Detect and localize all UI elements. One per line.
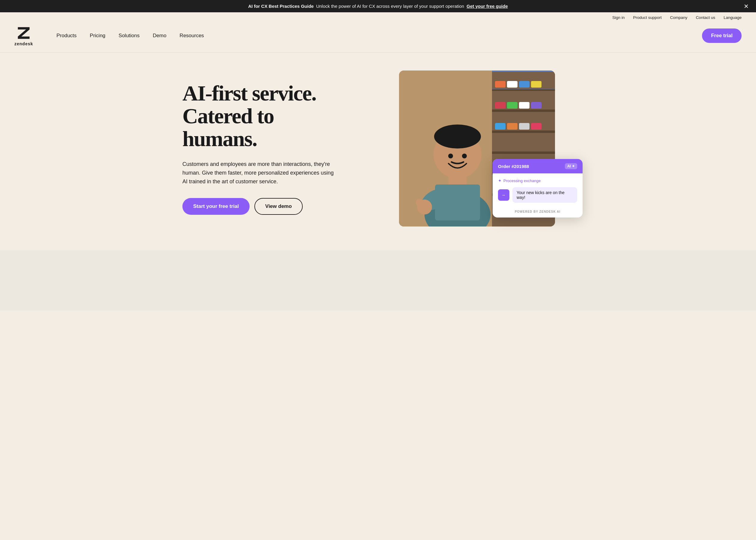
hero-left: AI-first service. Catered to humans. Cus… [183, 82, 362, 214]
nav-solutions[interactable]: Solutions [113, 30, 145, 42]
chat-widget-header: Order #201988 AI ✦ [493, 159, 582, 173]
zendesk-logo-icon [16, 25, 32, 41]
processing-icon: ✦ [498, 178, 502, 183]
ai-badge: AI ✦ [565, 163, 577, 169]
nav-contact-us[interactable]: Contact us [696, 15, 715, 20]
order-number: Order #201988 [498, 164, 529, 169]
powered-by-text: POWERED BY ZENDESK AI [493, 207, 582, 217]
nav-resources[interactable]: Resources [174, 30, 209, 42]
svg-marker-0 [18, 27, 30, 39]
svg-point-25 [434, 124, 481, 149]
hero-title-line2: Catered to [183, 104, 274, 128]
svg-rect-18 [507, 123, 518, 130]
nav-language[interactable]: Language [724, 15, 742, 20]
start-trial-button[interactable]: Start your free trial [183, 198, 250, 215]
processing-text: Processing exchange [503, 179, 541, 183]
secondary-nav: Sign in Product support Company Contact … [0, 12, 756, 23]
nav-product-support[interactable]: Product support [633, 15, 662, 20]
svg-rect-12 [531, 81, 542, 87]
close-announcement-button[interactable]: ✕ [744, 3, 749, 9]
hero-title-line3: humans. [183, 127, 257, 151]
main-nav: zendesk Products Pricing Solutions Demo … [0, 23, 756, 53]
svg-point-28 [448, 154, 453, 158]
svg-rect-14 [507, 102, 518, 109]
announcement-bar: AI for CX Best Practices Guide Unlock th… [0, 0, 756, 12]
svg-rect-11 [519, 81, 530, 87]
logo[interactable]: zendesk [14, 25, 33, 46]
svg-rect-17 [495, 123, 506, 130]
free-trial-button[interactable]: Free trial [702, 29, 742, 43]
nav-products[interactable]: Products [51, 30, 82, 42]
svg-rect-15 [519, 102, 530, 109]
announcement-bold: AI for CX Best Practices Guide [248, 4, 314, 9]
chat-widget-body: ✦ Processing exchange ·· Your new kicks … [493, 173, 582, 207]
message-avatar: ·· [498, 189, 509, 201]
nav-company[interactable]: Company [670, 15, 688, 20]
svg-rect-4 [492, 109, 555, 112]
svg-rect-6 [492, 152, 555, 154]
svg-rect-16 [531, 102, 542, 109]
primary-nav-links: Products Pricing Solutions Demo Resource… [51, 30, 702, 42]
announcement-link[interactable]: Get your free guide [466, 4, 508, 9]
svg-rect-13 [495, 102, 506, 109]
message-row: ·· Your new kicks are on the way! [498, 187, 577, 203]
logo-wordmark: zendesk [14, 42, 33, 46]
hero-section: AI-first service. Catered to humans. Cus… [168, 53, 588, 250]
nav-demo[interactable]: Demo [147, 30, 172, 42]
svg-point-29 [462, 154, 467, 158]
svg-rect-10 [507, 81, 518, 87]
hero-title-line1: AI-first service. [183, 81, 316, 105]
nav-pricing[interactable]: Pricing [84, 30, 111, 42]
nav-sign-in[interactable]: Sign in [612, 15, 625, 20]
processing-row: ✦ Processing exchange [498, 178, 577, 183]
svg-rect-5 [492, 130, 555, 133]
bottom-section [0, 250, 756, 311]
hero-right: Order #201988 AI ✦ ✦ Processing exchange… [380, 70, 573, 226]
hero-buttons: Start your free trial View demo [183, 198, 362, 215]
message-bubble: Your new kicks are on the way! [512, 187, 577, 203]
view-demo-button[interactable]: View demo [254, 198, 303, 215]
svg-rect-20 [531, 123, 542, 130]
svg-rect-19 [519, 123, 530, 130]
svg-point-32 [416, 199, 423, 206]
svg-rect-9 [495, 81, 506, 87]
chat-widget: Order #201988 AI ✦ ✦ Processing exchange… [493, 159, 582, 217]
svg-rect-21 [492, 70, 555, 72]
svg-rect-22 [492, 88, 555, 89]
hero-title: AI-first service. Catered to humans. [183, 82, 362, 150]
hero-description: Customers and employees are more than in… [183, 160, 338, 186]
announcement-text: Unlock the power of AI for CX across eve… [316, 4, 464, 9]
